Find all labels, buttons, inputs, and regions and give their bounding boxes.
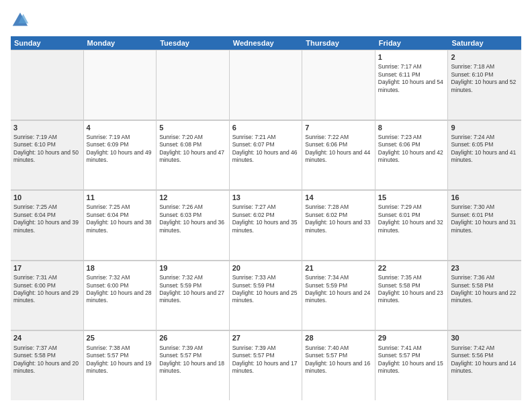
empty-cell [11,50,84,120]
day-cell-26: 26Sunrise: 7:39 AMSunset: 5:57 PMDayligh… [157,330,230,400]
day-number: 13 [232,193,300,202]
calendar-header: SundayMondayTuesdayWednesdayThursdayFrid… [11,36,521,50]
cell-info: Sunrise: 7:20 AMSunset: 6:08 PMDaylight:… [159,134,226,165]
cell-info: Sunrise: 7:38 AMSunset: 5:57 PMDaylight:… [87,345,154,375]
cell-info: Sunrise: 7:37 AMSunset: 5:58 PMDaylight:… [13,345,81,375]
cell-info: Sunrise: 7:23 AMSunset: 6:06 PMDaylight:… [378,134,445,165]
header-day-sunday: Sunday [11,36,84,50]
day-number: 7 [305,123,372,132]
cell-info: Sunrise: 7:41 AMSunset: 5:57 PMDaylight:… [378,345,445,375]
day-number: 27 [232,333,300,342]
cell-info: Sunrise: 7:33 AMSunset: 5:59 PMDaylight:… [232,274,300,305]
header-day-friday: Friday [375,36,449,50]
day-cell-12: 12Sunrise: 7:26 AMSunset: 6:03 PMDayligh… [157,190,230,260]
day-number: 9 [451,123,519,132]
cell-info: Sunrise: 7:17 AMSunset: 6:11 PMDaylight:… [378,63,445,94]
day-number: 25 [87,333,154,342]
day-number: 2 [451,52,519,62]
day-number: 3 [13,123,81,132]
day-number: 22 [378,263,445,273]
day-number: 28 [305,333,372,342]
cell-info: Sunrise: 7:29 AMSunset: 6:01 PMDaylight:… [378,203,445,234]
day-cell-6: 6Sunrise: 7:21 AMSunset: 6:07 PMDaylight… [230,120,303,190]
day-number: 30 [451,333,519,342]
day-cell-10: 10Sunrise: 7:25 AMSunset: 6:04 PMDayligh… [11,190,84,260]
day-number: 10 [13,193,81,202]
cell-info: Sunrise: 7:34 AMSunset: 5:59 PMDaylight:… [305,274,372,305]
day-cell-17: 17Sunrise: 7:31 AMSunset: 6:00 PMDayligh… [11,261,84,330]
logo [11,11,31,30]
day-cell-29: 29Sunrise: 7:41 AMSunset: 5:57 PMDayligh… [375,330,449,400]
header-day-tuesday: Tuesday [157,36,230,50]
day-cell-4: 4Sunrise: 7:19 AMSunset: 6:09 PMDaylight… [84,120,157,190]
cell-info: Sunrise: 7:28 AMSunset: 6:02 PMDaylight:… [305,203,372,234]
day-cell-15: 15Sunrise: 7:29 AMSunset: 6:01 PMDayligh… [375,190,449,260]
cell-info: Sunrise: 7:26 AMSunset: 6:03 PMDaylight:… [159,203,226,234]
cell-info: Sunrise: 7:40 AMSunset: 5:57 PMDaylight:… [305,345,372,375]
empty-cell [230,50,303,120]
day-cell-21: 21Sunrise: 7:34 AMSunset: 5:59 PMDayligh… [302,261,375,330]
day-number: 19 [159,263,226,273]
day-number: 17 [13,263,81,273]
cell-info: Sunrise: 7:22 AMSunset: 6:06 PMDaylight:… [305,134,372,165]
day-number: 11 [87,193,154,202]
cell-info: Sunrise: 7:24 AMSunset: 6:05 PMDaylight:… [451,134,519,165]
header [11,11,521,30]
cell-info: Sunrise: 7:27 AMSunset: 6:02 PMDaylight:… [232,203,300,234]
cell-info: Sunrise: 7:32 AMSunset: 5:59 PMDaylight:… [159,274,226,305]
day-number: 6 [232,123,300,132]
cell-info: Sunrise: 7:31 AMSunset: 6:00 PMDaylight:… [13,274,81,305]
day-cell-13: 13Sunrise: 7:27 AMSunset: 6:02 PMDayligh… [230,190,303,260]
day-number: 29 [378,333,445,342]
week-row-3: 10Sunrise: 7:25 AMSunset: 6:04 PMDayligh… [11,190,521,261]
page: SundayMondayTuesdayWednesdayThursdayFrid… [0,0,532,411]
cell-info: Sunrise: 7:39 AMSunset: 5:57 PMDaylight:… [232,345,300,375]
empty-cell [157,50,230,120]
header-day-saturday: Saturday [448,36,521,50]
day-cell-22: 22Sunrise: 7:35 AMSunset: 5:58 PMDayligh… [375,261,449,330]
cell-info: Sunrise: 7:25 AMSunset: 6:04 PMDaylight:… [87,203,154,234]
day-number: 14 [305,193,372,202]
day-cell-11: 11Sunrise: 7:25 AMSunset: 6:04 PMDayligh… [84,190,157,260]
day-cell-24: 24Sunrise: 7:37 AMSunset: 5:58 PMDayligh… [11,330,84,400]
logo-icon [11,11,30,30]
day-cell-7: 7Sunrise: 7:22 AMSunset: 6:06 PMDaylight… [302,120,375,190]
week-row-1: 1Sunrise: 7:17 AMSunset: 6:11 PMDaylight… [11,50,521,120]
day-cell-2: 2Sunrise: 7:18 AMSunset: 6:10 PMDaylight… [448,50,521,120]
cell-info: Sunrise: 7:42 AMSunset: 5:56 PMDaylight:… [451,345,519,375]
day-number: 8 [378,123,445,132]
day-number: 23 [451,263,519,273]
day-cell-27: 27Sunrise: 7:39 AMSunset: 5:57 PMDayligh… [230,330,303,400]
cell-info: Sunrise: 7:19 AMSunset: 6:10 PMDaylight:… [13,134,81,165]
day-number: 4 [87,123,154,132]
cell-info: Sunrise: 7:39 AMSunset: 5:57 PMDaylight:… [159,345,226,375]
day-number: 1 [378,52,445,62]
day-cell-14: 14Sunrise: 7:28 AMSunset: 6:02 PMDayligh… [302,190,375,260]
calendar-body: 1Sunrise: 7:17 AMSunset: 6:11 PMDaylight… [11,50,521,400]
cell-info: Sunrise: 7:19 AMSunset: 6:09 PMDaylight:… [87,134,154,165]
day-cell-3: 3Sunrise: 7:19 AMSunset: 6:10 PMDaylight… [11,120,84,190]
cell-info: Sunrise: 7:21 AMSunset: 6:07 PMDaylight:… [232,134,300,165]
week-row-2: 3Sunrise: 7:19 AMSunset: 6:10 PMDaylight… [11,120,521,191]
cell-info: Sunrise: 7:32 AMSunset: 6:00 PMDaylight:… [87,274,154,305]
day-number: 21 [305,263,372,273]
day-cell-28: 28Sunrise: 7:40 AMSunset: 5:57 PMDayligh… [302,330,375,400]
day-cell-19: 19Sunrise: 7:32 AMSunset: 5:59 PMDayligh… [157,261,230,330]
day-cell-1: 1Sunrise: 7:17 AMSunset: 6:11 PMDaylight… [375,50,449,120]
day-cell-20: 20Sunrise: 7:33 AMSunset: 5:59 PMDayligh… [230,261,303,330]
cell-info: Sunrise: 7:36 AMSunset: 5:58 PMDaylight:… [451,274,519,305]
cell-info: Sunrise: 7:18 AMSunset: 6:10 PMDaylight:… [451,63,519,94]
week-row-5: 24Sunrise: 7:37 AMSunset: 5:58 PMDayligh… [11,330,521,400]
day-number: 18 [87,263,154,273]
day-number: 16 [451,193,519,202]
day-cell-25: 25Sunrise: 7:38 AMSunset: 5:57 PMDayligh… [84,330,157,400]
header-day-monday: Monday [84,36,157,50]
header-day-wednesday: Wednesday [230,36,303,50]
empty-cell [84,50,157,120]
cell-info: Sunrise: 7:25 AMSunset: 6:04 PMDaylight:… [13,203,81,234]
day-number: 12 [159,193,226,202]
day-number: 5 [159,123,226,132]
day-number: 24 [13,333,81,342]
day-cell-18: 18Sunrise: 7:32 AMSunset: 6:00 PMDayligh… [84,261,157,330]
day-cell-16: 16Sunrise: 7:30 AMSunset: 6:01 PMDayligh… [448,190,521,260]
